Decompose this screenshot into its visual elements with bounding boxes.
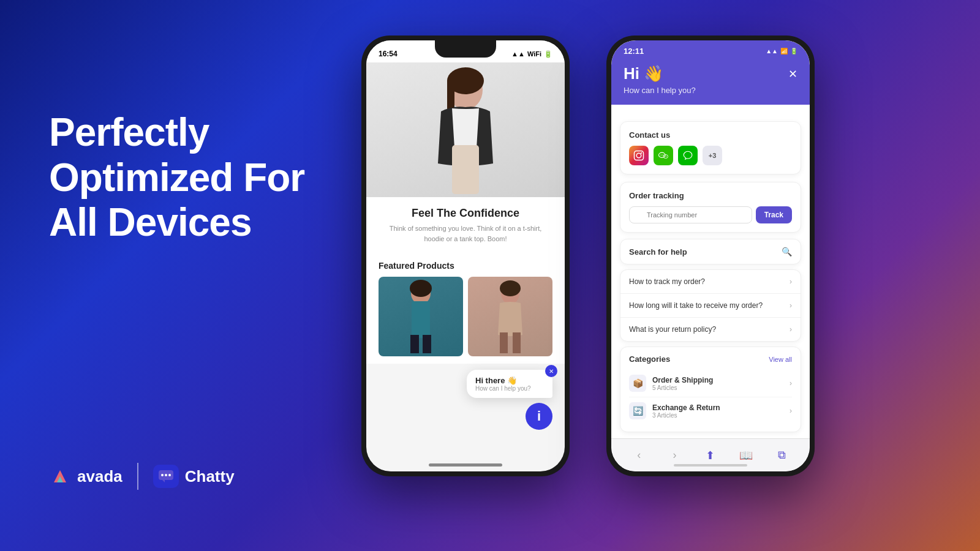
chat-bubble-title: Hi there 👋 — [475, 376, 544, 385]
greeting-subtitle: How can I help you? — [624, 86, 797, 95]
wechat-icon[interactable] — [654, 146, 673, 165]
categories-section: Categories View all 📦 Order & Shipping 5… — [620, 347, 801, 432]
avada-icon — [49, 465, 71, 487]
phone-left-time: 16:54 — [379, 50, 398, 58]
chat-bubble-subtitle: How can I help you? — [475, 385, 544, 392]
faq-item-3[interactable]: What is your return policy? › — [620, 318, 801, 341]
view-all-link[interactable]: View all — [769, 356, 792, 363]
faq-question-1: How to track my order? — [629, 277, 705, 286]
category-left-2: 🔄 Exchange & Return 3 Articles — [629, 402, 720, 419]
product-card-1[interactable] — [379, 277, 463, 356]
svg-point-29 — [666, 156, 666, 157]
category-count-1: 5 Articles — [652, 384, 713, 391]
svg-point-13 — [410, 280, 432, 297]
product-desc: Think of something you love. Think of it… — [379, 223, 552, 244]
more-contacts-icon[interactable]: +3 — [703, 146, 722, 165]
home-indicator-left — [429, 463, 502, 467]
logo-divider — [137, 463, 138, 490]
category-name-2: Exchange & Return — [652, 403, 720, 412]
category-icon-shipping: 📦 — [629, 375, 646, 392]
phone-left-status-icons: ▲▲ WiFi 🔋 — [511, 50, 552, 58]
svg-point-22 — [636, 153, 641, 158]
category-left-1: 📦 Order & Shipping 5 Articles — [629, 375, 713, 392]
order-tracking-section: Order tracking 🔍 Track — [620, 182, 801, 233]
chatty-label: Chatty — [185, 467, 235, 486]
product-grid — [379, 277, 552, 356]
chat-header-title: Hi 👋 How can I help you? — [611, 59, 810, 95]
order-tracking-title: Order tracking — [629, 191, 792, 200]
category-item-exchange[interactable]: 🔄 Exchange & Return 3 Articles › — [629, 397, 792, 424]
category-name-1: Order & Shipping — [652, 376, 713, 384]
category-info-1: Order & Shipping 5 Articles — [652, 376, 713, 391]
faq-chevron-1: › — [790, 277, 792, 286]
browser-tabs-button[interactable]: ⧉ — [772, 446, 792, 465]
chat-info-button[interactable]: i — [526, 403, 552, 430]
product-title: Feel The Confidence — [379, 207, 552, 220]
svg-point-27 — [663, 155, 668, 159]
browser-bookmarks-button[interactable]: 📖 — [736, 446, 756, 465]
featured-section: Featured Products — [366, 253, 565, 364]
svg-rect-14 — [412, 301, 430, 338]
tracking-number-input[interactable] — [629, 206, 752, 223]
svg-rect-21 — [635, 151, 644, 160]
svg-point-18 — [500, 280, 521, 296]
avada-logo: avada — [49, 465, 123, 487]
svg-rect-19 — [500, 332, 508, 353]
svg-point-28 — [665, 156, 665, 157]
contact-us-section: Contact us +3 — [620, 121, 801, 174]
faq-item-1[interactable]: How to track my order? › — [620, 270, 801, 294]
svg-rect-11 — [452, 145, 479, 194]
svg-marker-7 — [162, 480, 165, 482]
tracking-input-row: 🔍 Track — [629, 206, 792, 223]
browser-share-button[interactable]: ⬆ — [701, 446, 720, 465]
svg-point-4 — [161, 474, 164, 476]
svg-point-5 — [165, 474, 167, 476]
category-chevron-1: › — [790, 379, 792, 388]
chat-panel-body: Contact us +3 Order tracking — [611, 114, 810, 438]
hero-line2: Optimized For — [49, 156, 304, 201]
logos-section: avada Chatty — [49, 463, 235, 490]
browser-forward-button[interactable]: › — [665, 446, 685, 465]
category-chevron-2: › — [790, 407, 792, 415]
track-button[interactable]: Track — [756, 206, 792, 223]
svg-point-23 — [641, 152, 642, 154]
svg-rect-16 — [423, 335, 431, 353]
svg-point-6 — [168, 474, 171, 476]
browser-back-button[interactable]: ‹ — [629, 446, 649, 465]
faq-question-2: How long will it take to receive my orde… — [629, 301, 763, 310]
chat-panel-close[interactable]: ✕ — [788, 67, 797, 81]
category-count-2: 3 Articles — [652, 412, 720, 419]
hero-section: Perfectly Optimized For All Devices — [49, 110, 304, 246]
product-hero-image — [366, 62, 565, 197]
category-item-order[interactable]: 📦 Order & Shipping 5 Articles › — [629, 370, 792, 397]
line-icon[interactable] — [678, 146, 698, 165]
chat-close-button[interactable]: ✕ — [545, 365, 557, 377]
phone-right: 12:11 ▲▲ 📶 🔋 Hi 👋 How can I help you? ✕ … — [606, 36, 815, 476]
faq-item-2[interactable]: How long will it take to receive my orde… — [620, 294, 801, 318]
chatty-logo: Chatty — [153, 465, 235, 488]
phone-left: 16:54 ▲▲ WiFi 🔋 — [361, 36, 570, 476]
faq-chevron-3: › — [790, 325, 792, 334]
chat-header: 12:11 ▲▲ 📶 🔋 Hi 👋 How can I help you? ✕ — [611, 40, 810, 105]
svg-rect-20 — [513, 332, 521, 353]
avada-label: avada — [77, 467, 123, 486]
product-image-1 — [379, 277, 463, 356]
tracking-input-wrap: 🔍 — [629, 206, 752, 223]
featured-title: Featured Products — [379, 261, 552, 271]
chat-bubble[interactable]: ✕ Hi there 👋 How can I help you? — [467, 370, 552, 398]
chatty-icon — [153, 465, 179, 488]
search-help-section[interactable]: Search for help 🔍 — [620, 239, 801, 264]
greeting-text: Hi 👋 — [624, 64, 797, 83]
product-card-2[interactable] — [468, 277, 552, 356]
svg-point-25 — [661, 155, 662, 156]
phone-right-time: 12:11 — [624, 47, 644, 56]
instagram-icon[interactable] — [629, 146, 649, 165]
product-image-2 — [468, 277, 552, 356]
chat-status-bar: 12:11 ▲▲ 📶 🔋 — [611, 40, 810, 59]
svg-point-26 — [663, 155, 664, 156]
categories-header: Categories View all — [629, 354, 792, 364]
categories-title: Categories — [629, 354, 670, 364]
faq-section: How to track my order? › How long will i… — [620, 269, 801, 342]
category-icon-exchange: 🔄 — [629, 402, 646, 419]
phone-left-notch — [435, 40, 496, 58]
